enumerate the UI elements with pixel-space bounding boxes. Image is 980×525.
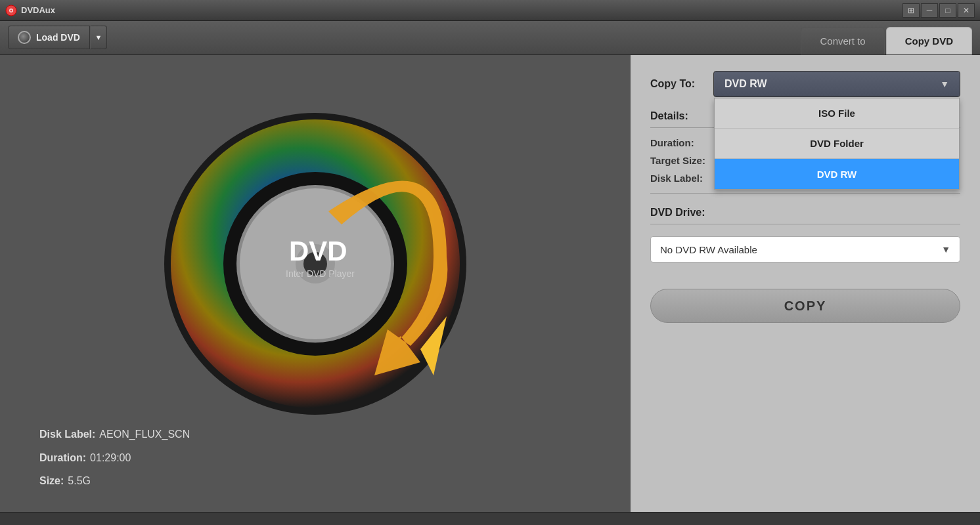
right-panel: Copy To: DVD RW ▼ ISO File DVD Folder DV… [631,55,980,512]
dropdown-item-dvd-folder[interactable]: DVD Folder [715,129,959,159]
statusbar [0,512,980,525]
detail-duration-label: Duration: [650,137,723,148]
tab-convert-to-label: Convert to [820,35,865,47]
size-label: Size: [39,469,64,492]
detail-target-size-label: Target Size: [650,155,723,166]
copy-to-selected-value: DVD RW [724,78,767,90]
svg-text:Inter DVD Player: Inter DVD Player [286,268,355,279]
copy-to-row: Copy To: DVD RW ▼ ISO File DVD Folder DV… [650,71,960,97]
disk-label-row: Disk Label: AEON_FLUX_SCN [39,423,190,446]
copy-to-arrow-icon: ▼ [940,79,949,89]
dropdown-arrow-icon: ▼ [95,33,102,41]
load-dvd-label: Load DVD [36,32,80,43]
dvd-drive-arrow-icon: ▼ [941,244,950,255]
minimize-button[interactable]: ─ [921,3,938,18]
svg-point-2 [11,9,12,11]
dvd-drive-header: DVD Drive: [650,207,960,224]
titlebar-left: DVDAux [5,5,55,16]
load-dvd-dropdown-button[interactable]: ▼ [90,26,107,49]
dvd-info: Disk Label: AEON_FLUX_SCN Duration: 01:2… [39,423,190,492]
dvd-drive-selected-value: No DVD RW Available [660,244,757,255]
left-panel: DVD Inter DVD Player Disk Label: AEON_FL… [0,55,631,512]
copy-button[interactable]: COPY [650,289,960,323]
dropdown-item-dvd-rw[interactable]: DVD RW [715,159,959,189]
duration-row: Duration: 01:29:00 [39,446,190,469]
detail-disk-label-label: Disk Label: [650,173,723,184]
tab-convert-to[interactable]: Convert to [801,27,884,54]
tab-copy-dvd[interactable]: Copy DVD [886,27,972,54]
close-button[interactable]: ✕ [958,3,975,18]
copy-to-dropdown[interactable]: DVD RW ▼ ISO File DVD Folder DVD RW [713,71,960,97]
details-divider [650,193,960,194]
tab-copy-dvd-label: Copy DVD [905,35,953,47]
restore-button[interactable]: □ [939,3,956,18]
disk-label-value: AEON_FLUX_SCN [99,423,190,446]
copy-to-label: Copy To: [650,78,703,90]
titlebar-controls: ⊞ ─ □ ✕ [902,3,975,18]
load-dvd-button[interactable]: Load DVD [8,26,90,49]
size-value: 5.5G [68,469,91,492]
copy-to-dropdown-menu: ISO File DVD Folder DVD RW [714,98,960,190]
titlebar: DVDAux ⊞ ─ □ ✕ [0,0,980,21]
app-icon [5,5,17,16]
dropdown-item-iso[interactable]: ISO File [715,98,959,129]
toolbar: Load DVD ▼ Convert to Copy DVD [0,21,980,55]
size-row: Size: 5.5G [39,469,190,492]
dvd-drive-dropdown[interactable]: No DVD RW Available ▼ [650,236,960,262]
svg-text:DVD: DVD [289,236,347,266]
app-title: DVDAux [21,5,55,15]
disk-label-label: Disk Label: [39,423,95,446]
dvd-disc-icon [18,31,31,44]
settings-button[interactable]: ⊞ [902,3,920,18]
tab-area: Convert to Copy DVD [801,20,972,54]
dvd-drive-section: DVD Drive: No DVD RW Available ▼ [650,207,960,262]
main-content: DVD Inter DVD Player Disk Label: AEON_FL… [0,55,980,512]
dvd-image: DVD Inter DVD Player [151,100,479,428]
dvd-artwork: DVD Inter DVD Player [151,100,479,428]
duration-label: Duration: [39,446,86,469]
duration-value: 01:29:00 [90,446,131,469]
